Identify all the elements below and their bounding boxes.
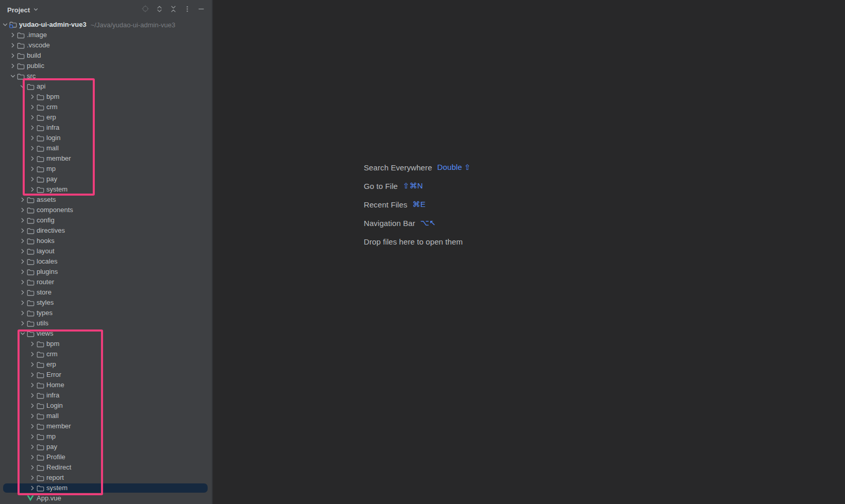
tree-item-directives[interactable]: directives bbox=[0, 225, 212, 236]
tree-item-infra[interactable]: infra bbox=[0, 123, 212, 133]
chevron-collapsed-icon[interactable] bbox=[20, 289, 26, 296]
tree-item-crm[interactable]: crm bbox=[0, 102, 212, 112]
chevron-collapsed-icon[interactable] bbox=[29, 340, 36, 347]
tree-item-infra[interactable]: infra bbox=[0, 390, 212, 401]
tree-item-layout[interactable]: layout bbox=[0, 246, 212, 256]
expand-all-button[interactable] bbox=[155, 6, 163, 14]
chevron-collapsed-icon[interactable] bbox=[20, 309, 26, 317]
chevron-expanded-icon[interactable] bbox=[20, 330, 26, 337]
tree-item--vscode[interactable]: .vscode bbox=[0, 40, 212, 50]
chevron-collapsed-icon[interactable] bbox=[29, 165, 36, 172]
tree-item-src[interactable]: src bbox=[0, 71, 212, 81]
tree-item-mall[interactable]: mall bbox=[0, 143, 212, 153]
chevron-collapsed-icon[interactable] bbox=[29, 114, 36, 121]
tree-item--image[interactable]: .image bbox=[0, 30, 212, 40]
chevron-collapsed-icon[interactable] bbox=[29, 93, 36, 100]
tree-item-mp[interactable]: mp bbox=[0, 431, 212, 442]
chevron-expanded-icon[interactable] bbox=[10, 73, 16, 80]
tree-item-styles[interactable]: styles bbox=[0, 298, 212, 308]
hide-tool-window-button[interactable] bbox=[197, 6, 205, 14]
tree-item-plugins[interactable]: plugins bbox=[0, 267, 212, 277]
chevron-collapsed-icon[interactable] bbox=[29, 103, 36, 111]
tree-item-pay[interactable]: pay bbox=[0, 442, 212, 452]
chevron-collapsed-icon[interactable] bbox=[10, 42, 16, 49]
tree-item-router[interactable]: router bbox=[0, 277, 212, 287]
chevron-collapsed-icon[interactable] bbox=[20, 206, 26, 214]
chevron-collapsed-icon[interactable] bbox=[29, 361, 36, 368]
chevron-collapsed-icon[interactable] bbox=[29, 402, 36, 409]
chevron-collapsed-icon[interactable] bbox=[29, 423, 36, 430]
chevron-collapsed-icon[interactable] bbox=[29, 351, 36, 358]
tree-item-yudao-ui-admin-vue3[interactable]: yudao-ui-admin-vue3~/Java/yudao-ui-admin… bbox=[0, 20, 212, 30]
chevron-collapsed-icon[interactable] bbox=[29, 454, 36, 461]
tree-item-home[interactable]: Home bbox=[0, 380, 212, 390]
chevron-collapsed-icon[interactable] bbox=[10, 52, 16, 59]
tree-item-pay[interactable]: pay bbox=[0, 174, 212, 184]
chevron-collapsed-icon[interactable] bbox=[29, 381, 36, 389]
chevron-expanded-icon[interactable] bbox=[20, 83, 26, 90]
chevron-collapsed-icon[interactable] bbox=[29, 155, 36, 162]
tree-item-locales[interactable]: locales bbox=[0, 256, 212, 267]
tree-item-bpm[interactable]: bpm bbox=[0, 339, 212, 349]
chevron-collapsed-icon[interactable] bbox=[20, 196, 26, 203]
tree-item-bpm[interactable]: bpm bbox=[0, 92, 212, 102]
chevron-collapsed-icon[interactable] bbox=[20, 237, 26, 245]
tree-item-login[interactable]: Login bbox=[0, 401, 212, 411]
chevron-collapsed-icon[interactable] bbox=[29, 484, 36, 492]
chevron-collapsed-icon[interactable] bbox=[29, 124, 36, 131]
tree-item-mall[interactable]: mall bbox=[0, 411, 212, 421]
chevron-collapsed-icon[interactable] bbox=[29, 186, 36, 193]
chevron-collapsed-icon[interactable] bbox=[20, 248, 26, 255]
tree-item-build[interactable]: build bbox=[0, 50, 212, 61]
tree-item-erp[interactable]: erp bbox=[0, 112, 212, 123]
tree-item-profile[interactable]: Profile bbox=[0, 452, 212, 462]
chevron-collapsed-icon[interactable] bbox=[20, 217, 26, 224]
tree-item-report[interactable]: report bbox=[0, 473, 212, 483]
chevron-collapsed-icon[interactable] bbox=[20, 227, 26, 234]
tree-item-login[interactable]: login bbox=[0, 133, 212, 143]
chevron-collapsed-icon[interactable] bbox=[10, 62, 16, 69]
chevron-collapsed-icon[interactable] bbox=[29, 474, 36, 481]
tree-item-app-vue[interactable]: App.vue bbox=[0, 493, 212, 503]
locate-opened-file-button[interactable] bbox=[141, 6, 149, 14]
tree-item-system[interactable]: system bbox=[0, 184, 212, 195]
tree-item-member[interactable]: member bbox=[0, 421, 212, 431]
chevron-collapsed-icon[interactable] bbox=[10, 31, 16, 39]
more-options-button[interactable] bbox=[183, 6, 191, 14]
chevron-collapsed-icon[interactable] bbox=[20, 268, 26, 275]
chevron-collapsed-icon[interactable] bbox=[29, 392, 36, 399]
chevron-collapsed-icon[interactable] bbox=[29, 145, 36, 152]
tree-item-label: src bbox=[27, 71, 36, 81]
tree-item-member[interactable]: member bbox=[0, 153, 212, 164]
chevron-collapsed-icon[interactable] bbox=[29, 371, 36, 378]
chevron-collapsed-icon[interactable] bbox=[20, 279, 26, 286]
chevron-collapsed-icon[interactable] bbox=[20, 258, 26, 265]
tree-item-mp[interactable]: mp bbox=[0, 164, 212, 174]
tree-item-views[interactable]: views bbox=[0, 328, 212, 339]
chevron-collapsed-icon[interactable] bbox=[29, 433, 36, 440]
chevron-collapsed-icon[interactable] bbox=[20, 320, 26, 327]
chevron-collapsed-icon[interactable] bbox=[29, 412, 36, 420]
tree-item-redirect[interactable]: Redirect bbox=[0, 462, 212, 473]
tree-item-components[interactable]: components bbox=[0, 205, 212, 215]
tool-window-title-dropdown[interactable]: Project bbox=[7, 6, 39, 14]
tree-item-types[interactable]: types bbox=[0, 308, 212, 318]
chevron-collapsed-icon[interactable] bbox=[29, 176, 36, 183]
tree-item-assets[interactable]: assets bbox=[0, 195, 212, 205]
tree-item-crm[interactable]: crm bbox=[0, 349, 212, 359]
tree-item-erp[interactable]: erp bbox=[0, 359, 212, 370]
chevron-collapsed-icon[interactable] bbox=[29, 464, 36, 471]
tree-item-hooks[interactable]: hooks bbox=[0, 236, 212, 246]
chevron-collapsed-icon[interactable] bbox=[29, 443, 36, 450]
tree-item-utils[interactable]: utils bbox=[0, 318, 212, 328]
tree-item-store[interactable]: store bbox=[0, 287, 212, 298]
chevron-expanded-icon[interactable] bbox=[2, 21, 8, 28]
tree-item-error[interactable]: Error bbox=[0, 370, 212, 380]
tree-item-public[interactable]: public bbox=[0, 61, 212, 71]
chevron-collapsed-icon[interactable] bbox=[29, 134, 36, 142]
chevron-collapsed-icon[interactable] bbox=[20, 299, 26, 306]
tree-item-config[interactable]: config bbox=[0, 215, 212, 225]
collapse-all-button[interactable] bbox=[169, 6, 177, 14]
tree-item-api[interactable]: api bbox=[0, 81, 212, 92]
tree-item-system[interactable]: system bbox=[0, 483, 212, 493]
